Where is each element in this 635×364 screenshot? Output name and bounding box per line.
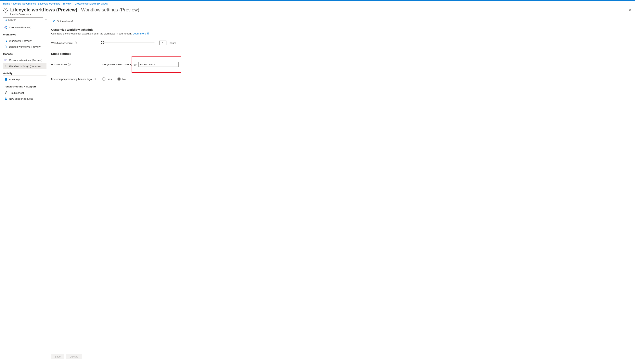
email-prefix: lifecycleworkflows-noreply bbox=[102, 63, 132, 66]
breadcrumb: Home › Identity Governance | Lifecycle w… bbox=[3, 0, 632, 6]
schedule-value-input[interactable] bbox=[159, 40, 166, 45]
breadcrumb-lifecycle-workflows[interactable]: Lifecycle workflows (Preview) bbox=[75, 2, 108, 5]
gear-icon bbox=[3, 8, 8, 12]
svg-rect-11 bbox=[5, 60, 6, 60]
sidebar-item-label: Overview (Preview) bbox=[9, 26, 31, 29]
svg-line-2 bbox=[6, 20, 7, 21]
radio-label: Yes bbox=[108, 78, 112, 80]
close-button[interactable]: ✕ bbox=[628, 8, 632, 13]
collapse-sidebar-button[interactable]: « bbox=[44, 18, 48, 22]
svg-point-17 bbox=[5, 98, 6, 99]
email-domain-dropdown[interactable]: microsoft.com ⌄ bbox=[138, 62, 179, 67]
label-branding: Use company branding banner logo bbox=[51, 78, 92, 80]
trash-icon bbox=[4, 45, 8, 48]
sidebar-item-workflows[interactable]: Workflows (Preview) bbox=[3, 38, 46, 44]
more-ellipsis-button[interactable]: ··· bbox=[143, 9, 146, 13]
info-icon[interactable]: i bbox=[68, 63, 71, 66]
row-email-domain: Email domain i lifecycleworkflows-norepl… bbox=[51, 56, 632, 73]
info-icon[interactable]: i bbox=[93, 78, 96, 80]
sidebar-item-support-request[interactable]: New support request bbox=[3, 96, 46, 102]
breadcrumb-identity-governance[interactable]: Identity Governance | Lifecycle workflow… bbox=[13, 2, 72, 5]
radio-dot bbox=[102, 77, 106, 81]
svg-rect-5 bbox=[5, 40, 6, 40]
section-heading-schedule: Customize workflow schedule bbox=[51, 28, 632, 31]
sidebar-group-workflows: Workflows bbox=[3, 30, 46, 37]
combo-value: microsoft.com bbox=[140, 63, 156, 66]
radio-dot bbox=[117, 77, 121, 81]
title-light: | Workflow settings (Preview) bbox=[77, 7, 139, 12]
annotation-highlight: @ microsoft.com ⌄ bbox=[132, 56, 182, 73]
footer-toolbar: Save Discard bbox=[47, 352, 632, 362]
sidebar-search-input[interactable] bbox=[8, 18, 42, 22]
learn-more-link[interactable]: Learn more bbox=[133, 32, 146, 35]
sidebar-item-label: New support request bbox=[9, 97, 33, 100]
gear-icon bbox=[4, 64, 8, 68]
feedback-icon bbox=[52, 20, 56, 23]
section-desc-schedule: Configure the schedule for execution of … bbox=[51, 32, 632, 35]
radio-yes[interactable]: Yes bbox=[102, 77, 112, 81]
chevron-right-icon: › bbox=[11, 2, 12, 5]
sidebar: « Overview (Preview) Workflows Workflows… bbox=[3, 17, 47, 362]
label-workflow-schedule: Workflow schedule bbox=[51, 42, 73, 44]
sidebar-group-troubleshooting: Troubleshooting + Support bbox=[3, 82, 46, 89]
label-email-domain: Email domain bbox=[51, 63, 67, 66]
sidebar-item-overview[interactable]: Overview (Preview) bbox=[3, 24, 46, 30]
log-icon bbox=[4, 78, 8, 81]
at-symbol: @ bbox=[134, 63, 136, 66]
svg-rect-16 bbox=[5, 80, 6, 80]
schedule-unit: hours bbox=[170, 42, 176, 44]
sidebar-item-deleted-workflows[interactable]: Deleted workflows (Preview) bbox=[3, 44, 46, 50]
feedback-button[interactable]: Got feedback? bbox=[51, 19, 75, 24]
sidebar-group-manage: Manage bbox=[3, 50, 46, 56]
svg-point-18 bbox=[53, 20, 54, 21]
sidebar-item-troubleshoot[interactable]: Troubleshoot bbox=[3, 90, 46, 96]
save-button[interactable]: Save bbox=[51, 354, 64, 359]
chevron-right-icon: › bbox=[73, 2, 74, 5]
row-branding-logo: Use company branding banner logo i Yes N… bbox=[51, 75, 632, 83]
overview-icon bbox=[4, 26, 8, 29]
chevron-down-icon: ⌄ bbox=[175, 63, 177, 66]
title-bold: Lifecycle workflows (Preview) bbox=[10, 7, 77, 12]
workflow-icon bbox=[4, 39, 8, 42]
breadcrumb-home[interactable]: Home bbox=[3, 2, 10, 5]
info-icon[interactable]: i bbox=[74, 42, 76, 44]
svg-rect-6 bbox=[6, 41, 7, 42]
svg-point-12 bbox=[6, 66, 6, 66]
sidebar-search[interactable] bbox=[3, 17, 43, 22]
sidebar-item-label: Custom extensions (Preview) bbox=[9, 59, 42, 62]
sidebar-item-audit-logs[interactable]: Audit logs bbox=[3, 76, 46, 82]
discard-button[interactable]: Discard bbox=[66, 354, 82, 359]
search-icon bbox=[4, 18, 7, 21]
sidebar-item-label: Deleted workflows (Preview) bbox=[9, 45, 41, 48]
sidebar-item-label: Workflows (Preview) bbox=[9, 40, 32, 42]
svg-point-4 bbox=[6, 27, 6, 28]
svg-point-1 bbox=[5, 19, 6, 20]
svg-rect-15 bbox=[5, 79, 6, 80]
svg-rect-7 bbox=[5, 46, 7, 48]
slider-thumb[interactable] bbox=[101, 41, 104, 44]
svg-point-0 bbox=[5, 10, 6, 11]
wrench-icon bbox=[4, 91, 8, 94]
page-title: Lifecycle workflows (Preview) | Workflow… bbox=[10, 7, 139, 12]
radio-label: No bbox=[122, 78, 126, 80]
svg-rect-14 bbox=[5, 78, 6, 79]
external-link-icon bbox=[147, 32, 150, 35]
blade-header: Lifecycle workflows (Preview) | Workflow… bbox=[3, 6, 632, 17]
section-heading-email: Email settings bbox=[51, 52, 632, 55]
content-toolbar: Got feedback? bbox=[51, 17, 632, 25]
sidebar-item-workflow-settings[interactable]: Workflow settings (Preview) bbox=[3, 63, 46, 69]
feedback-label: Got feedback? bbox=[57, 20, 74, 23]
row-workflow-schedule: Workflow schedule i hours bbox=[51, 39, 632, 47]
support-icon bbox=[4, 97, 8, 100]
schedule-slider[interactable] bbox=[102, 42, 154, 43]
sidebar-item-custom-extensions[interactable]: Custom extensions (Preview) bbox=[3, 57, 46, 63]
sidebar-item-label: Workflow settings (Preview) bbox=[9, 64, 40, 68]
extensions-icon bbox=[4, 58, 8, 62]
page-subtitle: Identity Governance bbox=[10, 13, 139, 16]
radio-no[interactable]: No bbox=[117, 77, 126, 81]
sidebar-item-label: Troubleshoot bbox=[9, 92, 24, 94]
sidebar-group-activity: Activity bbox=[3, 69, 46, 76]
sidebar-item-label: Audit logs bbox=[9, 78, 20, 81]
